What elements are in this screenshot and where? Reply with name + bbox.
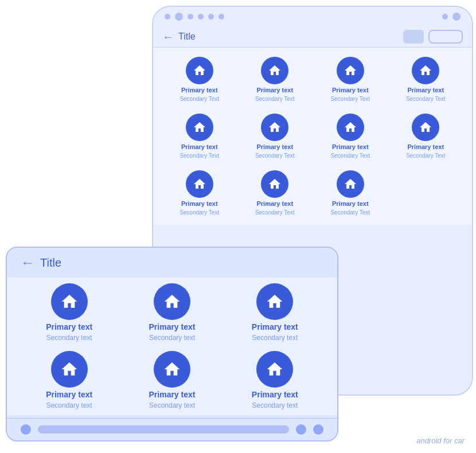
phone-grid-item-3-1[interactable]: Primary text Secondary Text [165, 170, 235, 216]
secondary-text: Secondary Text [255, 209, 295, 216]
android-for-car-label: android for car [416, 436, 465, 445]
car-back-button[interactable]: ← [21, 256, 34, 270]
status-dot-6 [442, 14, 448, 19]
primary-text: Primary text [332, 87, 369, 93]
home-icon-circle [337, 57, 364, 84]
secondary-text: Secondary text [46, 401, 92, 409]
car-bottom-bar [7, 418, 337, 440]
secondary-text: Secondary Text [330, 209, 370, 216]
home-icon-circle [154, 283, 190, 320]
secondary-text: Secondary text [149, 334, 195, 342]
status-dot-5 [219, 14, 224, 19]
secondary-text: Secondary text [46, 334, 92, 342]
home-icon-circle [51, 283, 88, 320]
car-title: Title [40, 256, 323, 270]
phone-back-button[interactable]: ← [162, 31, 174, 42]
phone-grid-item-3-2[interactable]: Primary text Secondary Text [240, 170, 310, 216]
secondary-text: Secondary text [252, 401, 298, 409]
car-bottom-bar-line [38, 425, 289, 434]
car-top-bar: ← Title [7, 248, 337, 278]
home-icon-circle [186, 170, 213, 198]
primary-text: Primary text [332, 200, 369, 207]
primary-text: Primary text [149, 390, 196, 399]
status-dot-3 [198, 14, 204, 19]
home-icon-circle [261, 57, 288, 84]
secondary-text: Secondary Text [330, 96, 370, 102]
home-icon-circle [186, 57, 213, 84]
primary-text: Primary text [181, 143, 218, 150]
primary-text: Primary text [256, 143, 293, 150]
car-grid-item-2-3[interactable]: Primary text Secondary text [227, 351, 323, 409]
car-bottom-dot-3 [313, 424, 323, 435]
phone-grid-content: Primary text Secondary Text Primary text… [153, 48, 472, 225]
status-dot-1 [165, 14, 170, 19]
primary-text: Primary text [181, 200, 218, 207]
car-frame: ← Title Primary text Secondary text Prim… [6, 247, 338, 442]
phone-grid-item-2-1[interactable]: Primary text Secondary Text [165, 114, 235, 159]
phone-action-button-2[interactable] [428, 30, 463, 44]
secondary-text: Secondary Text [330, 153, 370, 159]
car-grid-item-1-1[interactable]: Primary text Secondary text [21, 283, 118, 342]
car-grid-item-1-3[interactable]: Primary text Secondary text [227, 283, 323, 342]
secondary-text: Secondary Text [406, 153, 446, 159]
phone-grid-item-3-3[interactable]: Primary text Secondary Text [315, 170, 385, 216]
status-dot-camera [175, 13, 183, 21]
home-icon-circle [337, 170, 364, 198]
primary-text: Primary text [181, 87, 218, 93]
car-grid-item-2-2[interactable]: Primary text Secondary text [123, 351, 220, 409]
primary-text: Primary text [252, 390, 298, 399]
primary-text: Primary text [256, 200, 293, 207]
secondary-text: Secondary text [149, 401, 195, 409]
home-icon-circle [256, 283, 293, 320]
status-dot-7 [452, 13, 461, 21]
home-icon-circle [412, 57, 439, 84]
secondary-text: Secondary text [252, 334, 298, 342]
phone-grid-item-2-4[interactable]: Primary text Secondary Text [391, 114, 461, 159]
phone-grid-item-2-3[interactable]: Primary text Secondary Text [315, 114, 385, 159]
home-icon-circle [51, 351, 88, 388]
primary-text: Primary text [149, 322, 196, 331]
home-icon-circle [154, 351, 190, 388]
home-icon-circle [412, 114, 439, 141]
home-icon-circle [337, 114, 364, 141]
phone-action-button-1[interactable] [403, 30, 424, 44]
home-icon-circle [261, 114, 288, 141]
car-grid-item-1-2[interactable]: Primary text Secondary text [123, 283, 220, 342]
phone-grid-item-1-4[interactable]: Primary text Secondary Text [391, 57, 461, 102]
phone-grid-item-2-2[interactable]: Primary text Secondary Text [240, 114, 310, 159]
car-grid-item-2-1[interactable]: Primary text Secondary text [21, 351, 118, 409]
secondary-text: Secondary Text [180, 153, 219, 159]
primary-text: Primary text [332, 143, 369, 150]
home-icon-circle [261, 170, 288, 198]
status-dot-4 [208, 14, 214, 19]
car-bottom-dot-1 [21, 424, 31, 435]
secondary-text: Secondary Text [180, 209, 219, 216]
status-dot-2 [188, 14, 193, 19]
home-icon-circle [186, 114, 213, 141]
phone-grid-item-1-2[interactable]: Primary text Secondary Text [240, 57, 310, 102]
car-bottom-dot-2 [296, 424, 306, 435]
phone-top-bar: ← Title [153, 26, 472, 48]
primary-text: Primary text [256, 87, 293, 93]
primary-text: Primary text [46, 390, 92, 399]
car-grid-content: Primary text Secondary text Primary text… [7, 278, 337, 415]
phone-grid-item-1-1[interactable]: Primary text Secondary Text [165, 57, 235, 102]
primary-text: Primary text [407, 87, 444, 93]
phone-grid-item-1-3[interactable]: Primary text Secondary Text [315, 57, 385, 102]
phone-title: Title [178, 32, 399, 42]
secondary-text: Secondary Text [180, 96, 219, 102]
primary-text: Primary text [252, 322, 298, 331]
primary-text: Primary text [46, 322, 92, 331]
secondary-text: Secondary Text [255, 96, 295, 102]
primary-text: Primary text [407, 143, 444, 150]
secondary-text: Secondary Text [255, 153, 295, 159]
secondary-text: Secondary Text [406, 96, 446, 102]
phone-status-bar [153, 7, 472, 26]
home-icon-circle [256, 351, 293, 388]
